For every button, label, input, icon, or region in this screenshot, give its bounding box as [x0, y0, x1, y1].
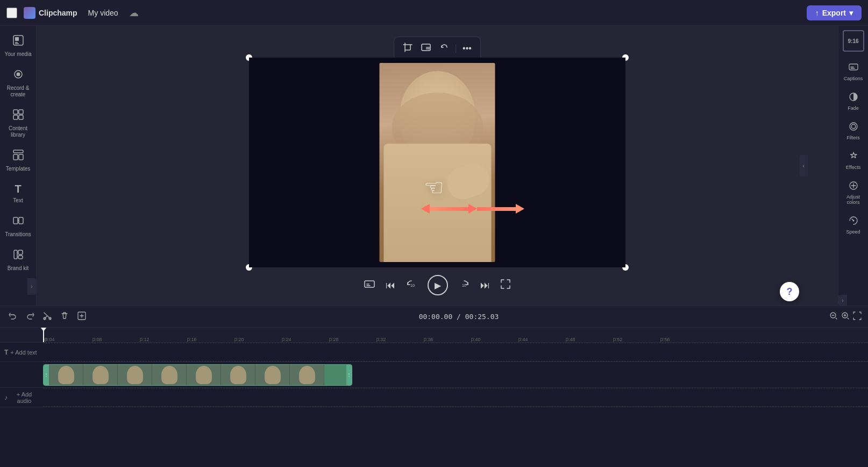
- export-button[interactable]: ↑ Export ▾: [807, 5, 862, 20]
- zoom-in-button[interactable]: [841, 312, 850, 322]
- clip-thumb-7: [255, 365, 290, 385]
- adjust-colors-label: Adjust colors: [843, 194, 864, 205]
- text-track-icon: T: [4, 349, 8, 356]
- export-chevron: ▾: [849, 9, 853, 17]
- export-icon: ↑: [815, 9, 819, 17]
- ruler-mark-32: 0:32: [376, 337, 424, 342]
- sidebar-item-transitions[interactable]: Transitions: [2, 210, 34, 242]
- svg-rect-3: [15, 44, 19, 45]
- svg-text:10: 10: [462, 284, 466, 287]
- undo-button[interactable]: [6, 309, 19, 324]
- record-create-icon: [12, 68, 24, 83]
- filters-icon: [849, 122, 858, 133]
- sidebar-item-label-your-media: Your media: [4, 51, 31, 58]
- audio-track-icon: ♪: [4, 394, 8, 401]
- ruler-mark-4: 0:04: [45, 337, 93, 342]
- time-display: 00:00.00 / 00:25.03: [93, 313, 825, 321]
- sidebar-item-templates[interactable]: Templates: [2, 145, 34, 176]
- sidebar-item-brand-kit[interactable]: Brand kit: [2, 244, 34, 276]
- sidebar: Your media Record & create Content lib: [0, 26, 37, 306]
- svg-rect-13: [13, 217, 18, 224]
- sidebar-item-record-create[interactable]: Record & create: [2, 64, 34, 102]
- svg-rect-12: [19, 154, 23, 160]
- rp-item-fade[interactable]: Fade: [841, 88, 866, 115]
- effects-label: Effects: [846, 165, 860, 170]
- playhead[interactable]: [43, 328, 44, 342]
- menu-button[interactable]: [6, 8, 17, 18]
- rp-item-speed[interactable]: Speed: [841, 211, 866, 239]
- video-clip-track: ⋮ ⋮: [0, 362, 868, 388]
- add-to-timeline-button[interactable]: [75, 309, 88, 324]
- add-text-button[interactable]: + Add text: [10, 349, 37, 356]
- hand-cursor-icon: ☜: [424, 174, 444, 201]
- ruler-mark-20: 0:20: [234, 337, 282, 342]
- sidebar-collapse-button[interactable]: ›: [27, 278, 36, 295]
- fit-timeline-button[interactable]: [853, 312, 862, 322]
- effects-icon: [849, 151, 858, 163]
- rotate-button[interactable]: [437, 40, 451, 56]
- video-content: [380, 63, 495, 262]
- sidebar-item-label-record: Record & create: [4, 85, 32, 98]
- logo-icon: [24, 7, 35, 19]
- right-panel-collapse-button[interactable]: ‹: [799, 155, 808, 176]
- right-panel-inner-collapse[interactable]: ›: [838, 295, 847, 306]
- zoom-out-button[interactable]: [829, 312, 838, 322]
- captions-toggle-button[interactable]: [364, 279, 375, 292]
- clip-grip-right[interactable]: ⋮: [346, 365, 352, 385]
- speed-label: Speed: [846, 229, 860, 235]
- topbar: Clipchamp My video ☁ ↑ Export ▾: [0, 0, 868, 26]
- rewind-10-button[interactable]: 10: [406, 279, 417, 292]
- svg-point-5: [16, 73, 20, 76]
- sidebar-item-text[interactable]: T Text: [2, 179, 34, 208]
- add-audio-button[interactable]: + Add audio: [10, 391, 39, 404]
- skip-to-end-button[interactable]: ⏭: [480, 280, 490, 291]
- transitions-icon: [12, 215, 24, 229]
- ruler-mark-40: 0:40: [471, 337, 518, 342]
- svg-rect-11: [13, 154, 18, 160]
- sidebar-item-label-transitions: Transitions: [5, 231, 31, 238]
- aspect-ratio-label: 9:16: [848, 38, 858, 44]
- play-pause-button[interactable]: ▶: [428, 275, 448, 295]
- video-clip-bar[interactable]: ⋮ ⋮: [43, 364, 352, 386]
- clip-thumb-8: [290, 365, 324, 385]
- forward-10-button[interactable]: 10: [459, 279, 469, 292]
- sidebar-item-label-brand-kit: Brand kit: [8, 265, 29, 272]
- more-options-button[interactable]: •••: [460, 41, 474, 55]
- sidebar-item-content-library[interactable]: Content library: [2, 104, 34, 143]
- crop-button[interactable]: [401, 40, 415, 56]
- delete-button[interactable]: [58, 309, 71, 324]
- fullscreen-button[interactable]: [501, 279, 510, 292]
- svg-rect-21: [365, 281, 374, 287]
- sidebar-item-label-templates: Templates: [6, 166, 31, 172]
- ruler-mark-44: 0:44: [518, 337, 566, 342]
- rp-item-adjust-colors[interactable]: Adjust colors: [841, 176, 866, 209]
- right-arrowhead: [516, 204, 524, 214]
- aspect-ratio-button[interactable]: 9:16: [843, 30, 864, 52]
- rp-item-captions[interactable]: Captions: [841, 58, 866, 86]
- help-button[interactable]: ?: [780, 282, 799, 301]
- cut-button[interactable]: [41, 309, 54, 324]
- app-logo: Clipchamp: [24, 7, 77, 19]
- pip-button[interactable]: [419, 40, 433, 56]
- rp-item-effects[interactable]: Effects: [841, 147, 866, 174]
- svg-rect-2: [15, 42, 18, 43]
- svg-rect-18: [405, 45, 410, 50]
- redo-button[interactable]: [24, 309, 37, 324]
- svg-rect-6: [13, 110, 18, 114]
- video-preview-container[interactable]: ☜: [249, 58, 625, 267]
- sidebar-item-your-media[interactable]: Your media: [2, 30, 34, 62]
- timeline-section: 00:00.00 / 00:25.03: [0, 306, 868, 467]
- skip-to-start-button[interactable]: ⏮: [386, 280, 395, 291]
- rp-item-filters[interactable]: Filters: [841, 117, 866, 145]
- topbar-left: Clipchamp My video ☁: [6, 6, 807, 19]
- fade-icon: [849, 92, 858, 104]
- zoom-controls: [829, 312, 862, 322]
- timeline-content: T + Add text ⋮: [0, 343, 868, 467]
- video-controls: ⏮ 10 ▶ 10 ⏭: [364, 275, 510, 295]
- text-track-area: [43, 343, 868, 362]
- video-edit-toolbar: •••: [394, 37, 481, 60]
- clip-grip-left[interactable]: ⋮: [44, 365, 49, 385]
- templates-icon: [12, 149, 24, 164]
- video-title-button[interactable]: My video: [84, 6, 123, 19]
- video-frame: ☜: [249, 58, 625, 267]
